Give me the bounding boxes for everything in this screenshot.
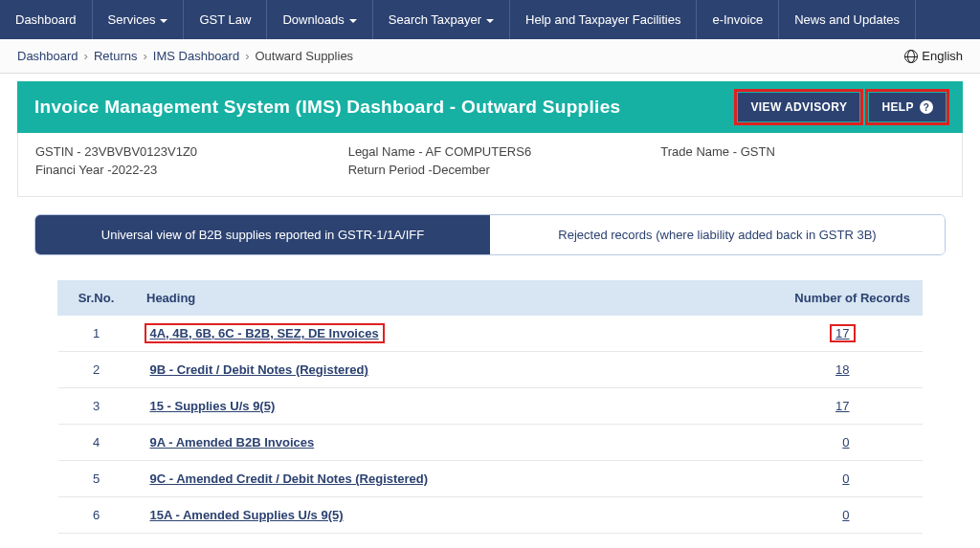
tab-rejected-records[interactable]: Rejected records (where liability added …	[490, 215, 945, 254]
help-button[interactable]: HELP ?	[869, 93, 946, 121]
nav-help-facilities[interactable]: Help and Taxpayer Facilities	[510, 0, 697, 39]
crumb-returns[interactable]: Returns	[94, 49, 138, 63]
heading-link-amended-credit-debit[interactable]: 9C - Amended Credit / Debit Notes (Regis…	[146, 471, 433, 487]
fy-field: Financi Year -2022-23	[35, 163, 320, 177]
language-selector[interactable]: English	[904, 49, 963, 63]
count-link[interactable]: 17	[832, 399, 853, 413]
records-table: Sr.No. Heading Number of Records 1 4A, 4…	[57, 280, 923, 534]
table-row: 6 15A - Amended Supplies U/s 9(5) 0	[58, 497, 923, 534]
nav-services[interactable]: Services	[93, 0, 185, 39]
heading-link-amended-supplies-95[interactable]: 15A - Amended Supplies U/s 9(5)	[146, 507, 347, 523]
heading-link-credit-debit[interactable]: 9B - Credit / Debit Notes (Registered)	[146, 362, 372, 378]
globe-icon	[904, 50, 918, 63]
nav-dashboard[interactable]: Dashboard	[0, 0, 93, 39]
count-link[interactable]: 0	[838, 435, 853, 449]
crumb-ims-dashboard[interactable]: IMS Dashboard	[153, 49, 239, 63]
cell-srno: 6	[58, 497, 135, 534]
table-row: 4 9A - Amended B2B Invoices 0	[58, 425, 923, 461]
chevron-right-icon: ›	[84, 49, 88, 63]
chevron-right-icon: ›	[245, 49, 249, 63]
nav-gst-law[interactable]: GST Law	[184, 0, 267, 39]
chevron-right-icon: ›	[143, 49, 146, 63]
legal-name-field: Legal Name - AF COMPUTERS6	[348, 144, 633, 159]
view-tabs: Universal view of B2B supplies reported …	[34, 214, 946, 255]
tabs-container: Universal view of B2B supplies reported …	[0, 197, 980, 255]
nav-einvoice[interactable]: e-Invoice	[697, 0, 779, 39]
view-advisory-button[interactable]: VIEW ADVISORY	[738, 93, 859, 121]
taxpayer-meta: GSTIN - 23VBVBV0123V1Z0 Legal Name - AF …	[17, 133, 963, 197]
breadcrumb: Dashboard › Returns › IMS Dashboard › Ou…	[17, 49, 353, 63]
chevron-down-icon	[349, 19, 357, 23]
trade-name-field: Trade Name - GSTN	[660, 144, 945, 159]
col-count: Number of Records	[693, 281, 923, 316]
records-table-wrap: Sr.No. Heading Number of Records 1 4A, 4…	[0, 255, 980, 545]
count-link[interactable]: 17	[832, 326, 853, 340]
count-link[interactable]: 18	[832, 362, 853, 377]
language-label: English	[922, 49, 963, 63]
col-heading: Heading	[135, 281, 693, 316]
gstin-field: GSTIN - 23VBVBV0123V1Z0	[35, 144, 320, 159]
heading-link-supplies-95[interactable]: 15 - Supplies U/s 9(5)	[146, 398, 279, 414]
page-banner: Invoice Management System (IMS) Dashboar…	[17, 81, 963, 133]
cell-srno: 1	[58, 316, 135, 352]
help-icon: ?	[920, 100, 933, 114]
top-nav: Dashboard Services GST Law Downloads Sea…	[0, 0, 980, 39]
table-row: 3 15 - Supplies U/s 9(5) 17	[58, 388, 923, 425]
count-link[interactable]: 0	[838, 471, 853, 486]
crumb-dashboard[interactable]: Dashboard	[17, 49, 78, 63]
col-srno: Sr.No.	[58, 281, 135, 316]
period-field: Return Period -December	[348, 163, 633, 177]
cell-srno: 5	[58, 461, 135, 497]
chevron-down-icon	[486, 19, 494, 23]
chevron-down-icon	[160, 19, 167, 23]
nav-search-taxpayer[interactable]: Search Taxpayer	[373, 0, 510, 39]
nav-downloads[interactable]: Downloads	[267, 0, 372, 39]
table-row: 1 4A, 4B, 6B, 6C - B2B, SEZ, DE Invoices…	[58, 316, 923, 352]
table-row: 2 9B - Credit / Debit Notes (Registered)…	[58, 352, 923, 388]
crumb-current: Outward Supplies	[256, 49, 354, 63]
count-link[interactable]: 0	[838, 508, 853, 522]
heading-link-b2b-sez-de[interactable]: 4A, 4B, 6B, 6C - B2B, SEZ, DE Invoices	[146, 325, 383, 341]
tab-universal-view[interactable]: Universal view of B2B supplies reported …	[35, 215, 490, 254]
cell-srno: 3	[58, 388, 135, 425]
cell-srno: 2	[58, 352, 135, 388]
cell-srno: 4	[58, 425, 135, 461]
breadcrumb-bar: Dashboard › Returns › IMS Dashboard › Ou…	[0, 39, 980, 74]
nav-news[interactable]: News and Updates	[779, 0, 916, 39]
table-row: 5 9C - Amended Credit / Debit Notes (Reg…	[58, 461, 923, 497]
page-title: Invoice Management System (IMS) Dashboar…	[34, 97, 620, 118]
help-label: HELP	[881, 100, 914, 114]
heading-link-amended-b2b[interactable]: 9A - Amended B2B Invoices	[146, 434, 319, 450]
banner-actions: VIEW ADVISORY HELP ?	[738, 93, 946, 121]
